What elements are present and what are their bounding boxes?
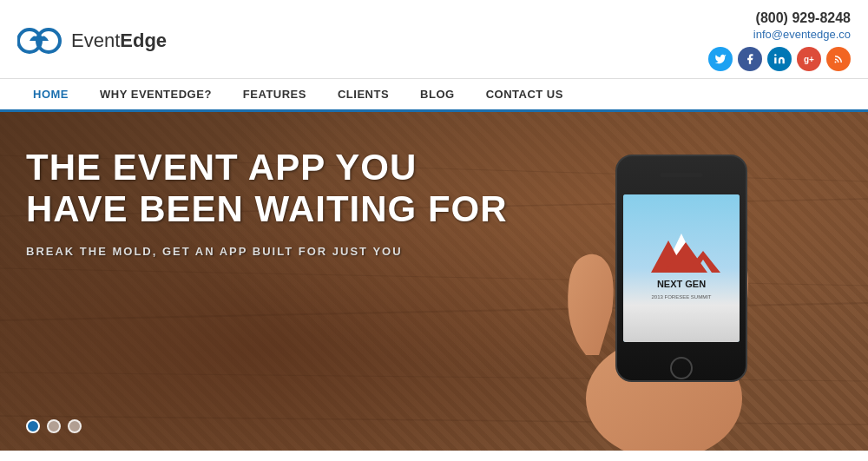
nav-item-clients[interactable]: CLIENTS	[322, 79, 404, 112]
google-plus-icon[interactable]: g+	[797, 47, 821, 71]
hero-section: THE EVENT APP YOU HAVE BEEN WAITING FOR …	[0, 112, 868, 451]
nav-item-home[interactable]: HOME	[17, 79, 84, 112]
hand-svg: NEXT GEN 2013 FORESEE SUMMIT	[512, 112, 816, 451]
logo[interactable]: EventEdge	[17, 24, 167, 57]
logo-text-bold: Edge	[120, 30, 167, 51]
svg-text:NEXT GEN: NEXT GEN	[657, 279, 706, 289]
hero-title-line1: THE EVENT APP YOU	[26, 147, 508, 188]
twitter-icon[interactable]	[708, 47, 733, 71]
hero-title: THE EVENT APP YOU HAVE BEEN WAITING FOR	[26, 147, 508, 231]
phone-hand-area: NEXT GEN 2013 FORESEE SUMMIT	[512, 112, 816, 451]
phone-number: (800) 929-8248	[708, 10, 851, 26]
svg-rect-23	[660, 173, 703, 177]
slider-dots	[26, 419, 82, 433]
linkedin-icon[interactable]	[767, 47, 792, 71]
rss-icon[interactable]	[826, 47, 851, 71]
social-icons: g+	[708, 47, 851, 71]
facebook-icon[interactable]	[738, 47, 762, 71]
svg-text:2013 FORESEE SUMMIT: 2013 FORESEE SUMMIT	[651, 294, 711, 300]
email-link[interactable]: info@eventedge.co	[753, 28, 851, 41]
hero-text-block: THE EVENT APP YOU HAVE BEEN WAITING FOR …	[26, 147, 508, 258]
logo-text-light: Event	[71, 30, 120, 51]
dot-1[interactable]	[26, 419, 40, 433]
logo-text: EventEdge	[71, 30, 167, 52]
nav-item-contact[interactable]: CONTACT US	[470, 79, 579, 112]
svg-point-3	[835, 62, 837, 63]
svg-point-2	[774, 54, 776, 56]
dot-2[interactable]	[47, 419, 61, 433]
header-right: (800) 929-8248 info@eventedge.co g+	[708, 10, 851, 71]
eventedge-logo-icon	[17, 24, 62, 57]
dot-3[interactable]	[68, 419, 82, 433]
hero-title-line2: HAVE BEEN WAITING FOR	[26, 188, 508, 230]
nav-item-blog[interactable]: BLOG	[404, 79, 470, 112]
nav-item-features[interactable]: FEATURES	[227, 79, 322, 112]
hero-subtitle: BREAK THE MOLD, GET AN APP BUILT FOR JUS…	[26, 245, 508, 258]
header: EventEdge (800) 929-8248 info@eventedge.…	[0, 0, 868, 78]
nav-item-why[interactable]: WHY EVENTEDGE?	[84, 79, 227, 112]
main-nav: HOME WHY EVENTEDGE? FEATURES CLIENTS BLO…	[0, 78, 868, 112]
